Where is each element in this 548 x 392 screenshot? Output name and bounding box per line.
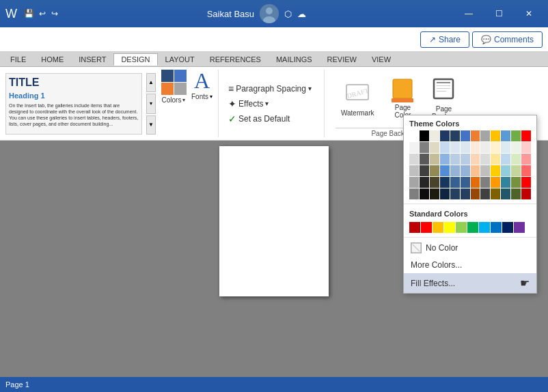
theme-color-cell[interactable] (501, 177, 510, 188)
close-button[interactable]: ✕ (515, 3, 543, 24)
scroll-more-button[interactable]: ▾ (146, 94, 156, 114)
standard-color-cell[interactable] (514, 222, 525, 233)
theme-color-cell[interactable] (501, 188, 510, 199)
theme-color-cell[interactable] (420, 177, 429, 188)
theme-color-cell[interactable] (461, 165, 470, 176)
standard-color-cell[interactable] (491, 222, 502, 233)
theme-color-cell[interactable] (480, 165, 490, 176)
paragraph-spacing-button[interactable]: ≡ Paragraph Spacing ▾ (224, 82, 316, 96)
theme-color-cell[interactable] (409, 188, 419, 199)
theme-color-cell[interactable] (491, 130, 500, 141)
theme-color-cell[interactable] (480, 188, 490, 199)
tab-file[interactable]: FILE (3, 53, 33, 66)
standard-color-cell[interactable] (421, 222, 432, 233)
no-color-button[interactable]: No Color (404, 239, 536, 257)
theme-color-cell[interactable] (501, 130, 510, 141)
theme-color-cell[interactable] (501, 142, 510, 153)
theme-color-cell[interactable] (409, 177, 419, 188)
theme-color-cell[interactable] (521, 154, 531, 165)
designer-icon[interactable]: ⬡ (284, 9, 292, 19)
theme-color-cell[interactable] (471, 165, 480, 176)
share-button[interactable]: ↗ Share (420, 31, 469, 48)
theme-color-cell[interactable] (450, 165, 460, 176)
theme-color-cell[interactable] (471, 188, 480, 199)
effects-button[interactable]: ✦ Effects ▾ (224, 97, 316, 111)
maximize-button[interactable]: ☐ (485, 3, 512, 24)
theme-color-cell[interactable] (440, 130, 450, 141)
theme-color-cell[interactable] (430, 165, 439, 176)
theme-color-cell[interactable] (521, 188, 531, 199)
tab-insert[interactable]: INSERT (71, 53, 113, 66)
scroll-up-button[interactable]: ▲ (146, 73, 156, 92)
theme-color-cell[interactable] (420, 165, 429, 176)
theme-color-cell[interactable] (409, 142, 419, 153)
fill-effects-button[interactable]: Fill Effects... ☛ (404, 273, 536, 293)
set-default-button[interactable]: ✓ Set as Default (224, 112, 316, 126)
theme-color-cell[interactable] (440, 154, 450, 165)
more-colors-button[interactable]: More Colors... (404, 257, 536, 273)
theme-color-cell[interactable] (409, 165, 419, 176)
theme-color-cell[interactable] (491, 154, 500, 165)
standard-color-cell[interactable] (433, 222, 443, 233)
theme-color-cell[interactable] (511, 142, 521, 153)
theme-color-cell[interactable] (409, 130, 419, 141)
theme-color-cell[interactable] (511, 165, 521, 176)
theme-color-cell[interactable] (420, 188, 429, 199)
tab-home[interactable]: HOME (33, 53, 71, 66)
theme-color-cell[interactable] (430, 188, 439, 199)
theme-color-cell[interactable] (480, 177, 490, 188)
theme-color-cell[interactable] (430, 177, 439, 188)
theme-color-cell[interactable] (461, 130, 470, 141)
theme-color-cell[interactable] (480, 142, 490, 153)
standard-color-cell[interactable] (502, 222, 513, 233)
theme-color-cell[interactable] (480, 154, 490, 165)
theme-color-cell[interactable] (430, 154, 439, 165)
tab-review[interactable]: REVIEW (320, 53, 364, 66)
theme-color-cell[interactable] (491, 165, 500, 176)
theme-color-cell[interactable] (521, 177, 531, 188)
theme-color-cell[interactable] (471, 142, 480, 153)
theme-color-cell[interactable] (450, 130, 460, 141)
theme-color-cell[interactable] (430, 130, 439, 141)
theme-color-cell[interactable] (461, 142, 470, 153)
theme-color-cell[interactable] (471, 154, 480, 165)
theme-color-cell[interactable] (420, 154, 429, 165)
theme-color-cell[interactable] (511, 130, 521, 141)
theme-color-cell[interactable] (471, 130, 480, 141)
theme-color-cell[interactable] (409, 154, 419, 165)
theme-color-cell[interactable] (461, 154, 470, 165)
theme-color-cell[interactable] (511, 188, 521, 199)
theme-color-cell[interactable] (440, 165, 450, 176)
standard-color-cell[interactable] (467, 222, 478, 233)
theme-color-cell[interactable] (440, 177, 450, 188)
theme-color-cell[interactable] (491, 142, 500, 153)
theme-color-cell[interactable] (471, 177, 480, 188)
fonts-control[interactable]: A Fonts ▾ (191, 70, 213, 137)
theme-color-cell[interactable] (521, 165, 531, 176)
theme-color-cell[interactable] (511, 177, 521, 188)
theme-color-cell[interactable] (420, 142, 429, 153)
standard-color-cell[interactable] (409, 222, 420, 233)
theme-color-cell[interactable] (521, 142, 531, 153)
watermark-button[interactable]: DRAFT Watermark (335, 76, 380, 120)
colors-control[interactable]: Colors ▾ (159, 70, 189, 137)
standard-color-cell[interactable] (479, 222, 490, 233)
minimize-button[interactable]: — (455, 3, 482, 24)
undo-icon[interactable]: ↩ (39, 9, 46, 18)
cloud-save-icon[interactable]: ☁ (297, 9, 306, 19)
standard-color-cell[interactable] (444, 222, 455, 233)
theme-color-cell[interactable] (440, 188, 450, 199)
scroll-down-button[interactable]: ▼ (146, 115, 156, 135)
tab-design[interactable]: DESIGN (113, 53, 157, 66)
theme-color-cell[interactable] (501, 154, 510, 165)
tab-mailings[interactable]: MAILINGS (269, 53, 320, 66)
theme-color-cell[interactable] (521, 130, 531, 141)
comments-button[interactable]: 💬 Comments (472, 31, 543, 48)
theme-color-cell[interactable] (461, 188, 470, 199)
theme-color-cell[interactable] (450, 142, 460, 153)
theme-color-cell[interactable] (430, 142, 439, 153)
theme-color-cell[interactable] (511, 154, 521, 165)
tab-layout[interactable]: LAYOUT (158, 53, 202, 66)
theme-color-cell[interactable] (440, 142, 450, 153)
theme-color-cell[interactable] (491, 177, 500, 188)
